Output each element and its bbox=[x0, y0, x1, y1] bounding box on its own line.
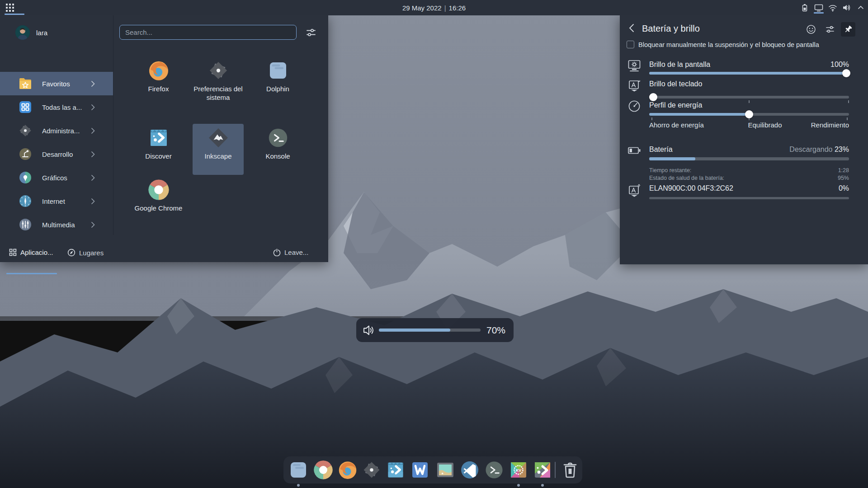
chevron-left-icon bbox=[629, 23, 634, 33]
power-profile-option-mid[interactable]: Equilibrado bbox=[729, 121, 801, 129]
volume-icon bbox=[842, 4, 851, 12]
slider-fill bbox=[649, 72, 849, 75]
tray-battery[interactable] bbox=[800, 2, 809, 14]
power-profile-gauge-icon bbox=[627, 99, 641, 113]
sidebar-item-graficos[interactable]: Gráficos bbox=[0, 166, 113, 189]
dock-separator bbox=[555, 462, 556, 478]
internet-icon bbox=[18, 194, 33, 208]
dock-item-konsole[interactable] bbox=[484, 460, 504, 480]
favorites-folder-icon bbox=[18, 76, 33, 91]
manual-suspend-checkbox-row[interactable]: Bloquear manualmente la suspensión y el … bbox=[627, 41, 819, 48]
panel-title: Batería y brillo bbox=[642, 23, 700, 34]
app-item-dolphin[interactable]: Dolphin bbox=[252, 56, 303, 108]
app-item-preferencias-del-sistema[interactable]: Preferencias del sistema bbox=[193, 56, 244, 108]
dock-item-firefox[interactable] bbox=[338, 460, 358, 480]
picture-arrow-icon bbox=[533, 460, 552, 480]
trash-icon bbox=[560, 460, 580, 480]
running-indicator-kvantum bbox=[517, 484, 520, 487]
svg-text:KV: KV bbox=[516, 468, 522, 473]
slider-tick bbox=[847, 117, 848, 120]
slider-handle[interactable] bbox=[842, 69, 850, 77]
app-item-google-chrome[interactable]: Google Chrome bbox=[133, 176, 184, 227]
dock-item-dolphin[interactable] bbox=[288, 460, 308, 480]
volume-osd-value: 70% bbox=[486, 325, 505, 336]
dock-item-kvantum[interactable]: KV bbox=[509, 460, 528, 480]
leave-button[interactable]: Leave... bbox=[273, 249, 308, 256]
keyboard-brightness-slider[interactable] bbox=[649, 96, 849, 99]
battery-health-value: 95% bbox=[838, 175, 849, 181]
dock-item-gwenview[interactable] bbox=[435, 460, 455, 480]
dock-item-system-settings[interactable] bbox=[362, 460, 382, 480]
screen-brightness-slider[interactable] bbox=[649, 72, 849, 75]
dock-item-wps-writer[interactable] bbox=[410, 460, 430, 480]
checkbox-label: Bloquear manualmente la suspensión y el … bbox=[638, 41, 819, 48]
app-item-inkscape[interactable]: Inkscape bbox=[193, 124, 244, 175]
tray-volume[interactable] bbox=[842, 2, 851, 14]
category-list: Favoritos Todas las a... bbox=[0, 55, 113, 235]
emoji-button[interactable] bbox=[804, 22, 818, 37]
writer-icon bbox=[410, 460, 430, 480]
app-item-discover[interactable]: Discover bbox=[133, 124, 184, 175]
volume-osd-track bbox=[379, 328, 481, 332]
google-chrome-icon bbox=[148, 179, 170, 201]
battery-percent: 23% bbox=[835, 145, 849, 153]
tab-applications[interactable]: Aplicacio... bbox=[9, 249, 53, 256]
filter-icon[interactable] bbox=[306, 27, 316, 38]
tab-places[interactable]: Lugares bbox=[67, 249, 104, 257]
wifi-icon bbox=[828, 4, 837, 12]
back-button[interactable] bbox=[629, 23, 639, 35]
dock-item-picture-arrow-app[interactable] bbox=[533, 460, 552, 480]
clock-time: 16:26 bbox=[449, 4, 466, 12]
pin-button[interactable] bbox=[841, 22, 855, 37]
system-administration-icon bbox=[18, 123, 33, 138]
sidebar-item-administracion[interactable]: Administra... bbox=[0, 119, 113, 142]
emoji-icon bbox=[806, 24, 816, 34]
sidebar-item-favoritos[interactable]: Favoritos bbox=[0, 72, 113, 95]
power-profile-slider[interactable] bbox=[649, 113, 849, 116]
desktop: 29 May 2022 | 16:26 bbox=[0, 0, 868, 488]
sidebar-item-multimedia[interactable]: Multimedia bbox=[0, 213, 113, 235]
slider-handle[interactable] bbox=[745, 110, 753, 118]
power-profile-option-max[interactable]: Rendimiento bbox=[811, 121, 849, 129]
search-input[interactable] bbox=[119, 25, 297, 40]
development-icon bbox=[18, 147, 33, 161]
screen-brightness-value: 100% bbox=[830, 61, 849, 69]
sidebar-item-todas-las-aplicaciones[interactable]: Todas las a... bbox=[0, 95, 113, 119]
slider-handle[interactable] bbox=[649, 93, 657, 101]
konsole-icon bbox=[267, 127, 289, 149]
chevron-right-icon bbox=[91, 151, 95, 158]
configure-button[interactable] bbox=[823, 22, 837, 37]
sidebar-item-desarrollo[interactable]: Desarrollo bbox=[0, 142, 113, 166]
sidebar-item-internet[interactable]: Internet bbox=[0, 189, 113, 213]
app-item-firefox[interactable]: Firefox bbox=[133, 56, 184, 108]
dock-item-discover[interactable] bbox=[386, 460, 406, 480]
multimedia-icon bbox=[18, 217, 33, 232]
slider-tick bbox=[651, 117, 652, 120]
app-label: Discover bbox=[133, 152, 184, 160]
chevron-right-icon bbox=[91, 198, 95, 205]
battery-health-label: Estado de salud de la batería: bbox=[649, 175, 724, 181]
battery-icon bbox=[801, 4, 808, 12]
tray-expand[interactable] bbox=[856, 2, 865, 14]
kvantum-icon: KV bbox=[509, 460, 528, 480]
sidebar-item-label: Desarrollo bbox=[42, 150, 91, 158]
dock-item-trash[interactable] bbox=[560, 460, 580, 480]
avatar bbox=[15, 25, 30, 40]
tray-display[interactable] bbox=[814, 2, 823, 14]
pin-icon bbox=[843, 24, 853, 34]
app-label: Dolphin bbox=[253, 84, 303, 93]
top-panel: 29 May 2022 | 16:26 bbox=[0, 0, 868, 15]
battery-level-icon bbox=[627, 144, 641, 157]
checkbox[interactable] bbox=[627, 41, 634, 48]
discover-icon bbox=[148, 127, 170, 149]
clock-separator: | bbox=[444, 4, 446, 12]
power-profile-option-min[interactable]: Ahorro de energía bbox=[649, 121, 704, 129]
user-header[interactable]: lara bbox=[15, 25, 47, 40]
dock-item-vscode[interactable] bbox=[460, 460, 480, 480]
digital-clock[interactable]: 29 May 2022 | 16:26 bbox=[0, 0, 868, 15]
tray-network[interactable] bbox=[828, 2, 837, 14]
chevron-right-icon bbox=[91, 127, 95, 134]
keyboard-backlight-icon bbox=[627, 183, 641, 197]
dock-item-google-chrome[interactable] bbox=[313, 460, 333, 480]
app-item-konsole[interactable]: Konsole bbox=[252, 124, 303, 175]
